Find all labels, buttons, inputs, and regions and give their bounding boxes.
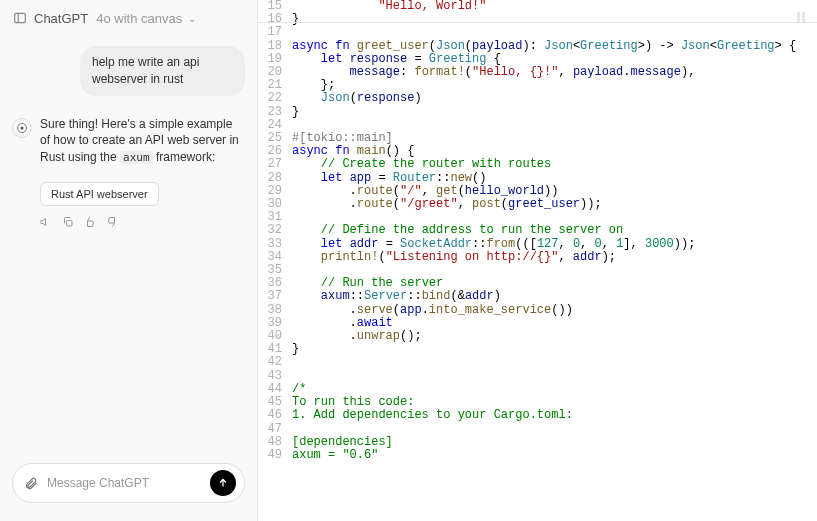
- svg-rect-4: [67, 220, 73, 226]
- assistant-message: Sure thing! Here's a simple example of h…: [12, 116, 245, 166]
- input-box[interactable]: [12, 463, 245, 503]
- chat-sidebar: ChatGPT 4o with canvas ⌄ help me write a…: [0, 0, 258, 521]
- line-code[interactable]: }: [292, 13, 817, 26]
- svg-rect-0: [15, 13, 26, 22]
- code-line[interactable]: 461. Add dependencies to your Cargo.toml…: [258, 409, 817, 422]
- line-code[interactable]: [292, 356, 817, 369]
- line-number: 27: [258, 158, 292, 171]
- svg-point-3: [21, 126, 24, 129]
- code-line[interactable]: 30 .route("/greet", post(greet_user));: [258, 198, 817, 211]
- assistant-avatar-icon: [12, 118, 32, 138]
- line-code[interactable]: [292, 370, 817, 383]
- line-number: 32: [258, 224, 292, 237]
- user-message: help me write an api webserver in rust: [12, 46, 245, 96]
- line-code[interactable]: .route("/greet", post(greet_user));: [292, 198, 817, 211]
- code-line[interactable]: 15 "Hello, World!": [258, 0, 817, 13]
- line-number: 49: [258, 449, 292, 462]
- code-line[interactable]: 40 .unwrap();: [258, 330, 817, 343]
- line-code[interactable]: }: [292, 343, 817, 356]
- chat-input[interactable]: [47, 476, 202, 490]
- chat-messages: help me write an api webserver in rust S…: [0, 36, 257, 453]
- line-code[interactable]: "Hello, World!": [292, 0, 817, 13]
- line-number: 46: [258, 409, 292, 422]
- code-line[interactable]: 43: [258, 370, 817, 383]
- code-line[interactable]: 34 println!("Listening on http://{}", ad…: [258, 251, 817, 264]
- line-code[interactable]: axum = "0.6": [292, 449, 817, 462]
- open-canvas-button[interactable]: Rust API webserver: [40, 182, 159, 206]
- attach-icon[interactable]: [23, 475, 39, 491]
- assistant-text-post: framework:: [153, 150, 216, 164]
- line-number: 18: [258, 40, 292, 53]
- line-code[interactable]: println!("Listening on http://{}", addr)…: [292, 251, 817, 264]
- line-code[interactable]: message: format!("Hello, {}!", payload.m…: [292, 66, 817, 79]
- code-line[interactable]: 23}: [258, 106, 817, 119]
- code-line[interactable]: 41}: [258, 343, 817, 356]
- message-actions: [40, 216, 245, 231]
- line-number: 42: [258, 356, 292, 369]
- code-line[interactable]: 49axum = "0.6": [258, 449, 817, 462]
- line-code[interactable]: }: [292, 106, 817, 119]
- thumbs-up-icon[interactable]: [84, 216, 96, 231]
- user-bubble: help me write an api webserver in rust: [80, 46, 245, 96]
- model-suffix: 4o with canvas: [96, 11, 182, 26]
- model-name: ChatGPT: [34, 11, 88, 26]
- line-number: 22: [258, 92, 292, 105]
- canvas-editor[interactable]: 15 "Hello, World!"16}1718async fn greet_…: [258, 0, 817, 521]
- line-code[interactable]: 1. Add dependencies to your Cargo.toml:: [292, 409, 817, 422]
- line-code[interactable]: Json(response): [292, 92, 817, 105]
- thumbs-down-icon[interactable]: [106, 216, 118, 231]
- code-line[interactable]: 22 Json(response): [258, 92, 817, 105]
- read-aloud-icon[interactable]: [40, 216, 52, 231]
- code-line[interactable]: 16}: [258, 13, 817, 26]
- line-number: 47: [258, 423, 292, 436]
- line-number: 38: [258, 304, 292, 317]
- line-number: 33: [258, 238, 292, 251]
- model-selector[interactable]: ChatGPT 4o with canvas ⌄: [0, 0, 257, 36]
- code-line[interactable]: 20 message: format!("Hello, {}!", payloa…: [258, 66, 817, 79]
- sidebar-toggle-icon[interactable]: [12, 10, 28, 26]
- line-number: 43: [258, 370, 292, 383]
- line-number: 48: [258, 436, 292, 449]
- assistant-text: Sure thing! Here's a simple example of h…: [40, 116, 245, 166]
- chevron-down-icon: ⌄: [188, 13, 196, 24]
- send-button[interactable]: [210, 470, 236, 496]
- copy-icon[interactable]: [62, 216, 74, 231]
- line-number: 17: [258, 26, 292, 39]
- line-number: 23: [258, 106, 292, 119]
- input-area: [0, 453, 257, 521]
- framework-code: axum: [120, 151, 153, 164]
- line-code[interactable]: .unwrap();: [292, 330, 817, 343]
- line-number: 28: [258, 172, 292, 185]
- line-number: 37: [258, 290, 292, 303]
- code-line[interactable]: 42: [258, 356, 817, 369]
